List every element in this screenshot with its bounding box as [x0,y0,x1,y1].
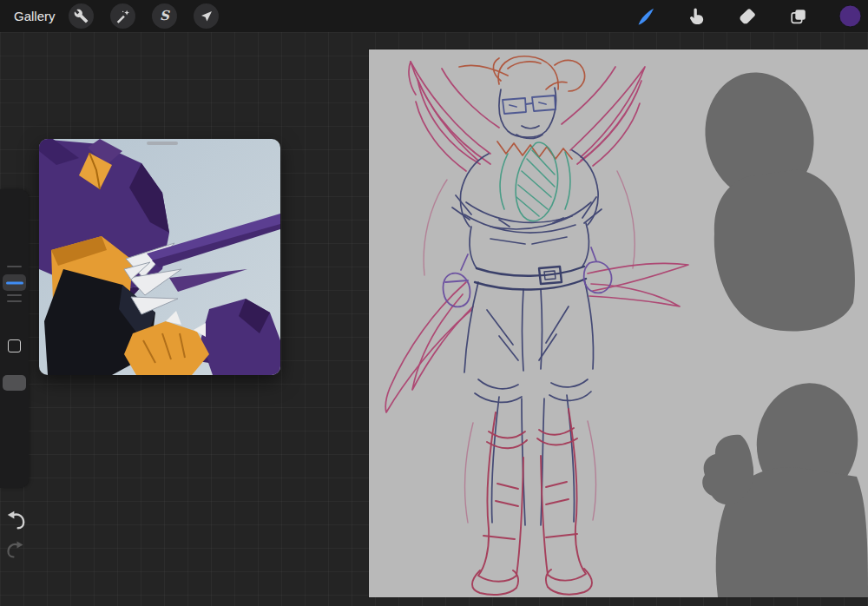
belt-strokes [475,267,586,290]
canvas-artwork [369,49,868,597]
selection-s-icon: S [160,10,169,23]
stray-strokes [424,171,635,523]
reference-artwork [39,139,280,375]
color-swatch-button[interactable] [838,4,862,28]
slider-tick [7,294,22,296]
layers-icon [789,7,808,26]
glasses-strokes [503,96,556,114]
color-swatch-circle [839,5,861,27]
redo-button[interactable] [4,539,27,562]
reference-window[interactable] [39,139,280,375]
magic-wand-icon [115,9,130,23]
canvas[interactable] [369,49,868,597]
drawing-app: Gallery S [0,0,868,606]
undo-button[interactable] [4,509,27,531]
drag-handle-bar[interactable] [147,142,178,145]
character-sketch [385,56,688,595]
layers-button[interactable] [786,3,811,29]
pouch-strokes [443,247,611,306]
brush-size-slider[interactable] [3,274,26,291]
actions-button[interactable] [69,3,94,29]
modify-button[interactable] [8,339,21,352]
smudge-tool-button[interactable] [684,3,709,29]
selection-button[interactable]: S [152,3,177,29]
opacity-slider[interactable] [3,375,26,391]
paint-brush-icon [635,6,656,27]
gallery-button[interactable]: Gallery [14,0,56,32]
slider-tick [7,300,22,302]
undo-arrow-icon [4,509,27,531]
transform-button[interactable] [194,3,219,29]
smudge-finger-icon [687,7,707,26]
eraser-icon [738,7,757,26]
workspace [0,32,868,606]
slider-accent-line [6,280,23,286]
wrench-icon [74,9,89,23]
adjustments-button[interactable] [110,3,135,29]
redo-arrow-icon [5,539,26,560]
paint-tool-button[interactable] [633,3,658,29]
slider-tick [7,266,22,267]
transform-arrow-icon [200,10,214,23]
wing-strokes [385,62,688,412]
tool-sidebar [0,189,29,488]
erase-tool-button[interactable] [734,3,760,29]
top-toolbar: Gallery S [0,0,868,32]
reference-silhouettes [694,63,868,597]
